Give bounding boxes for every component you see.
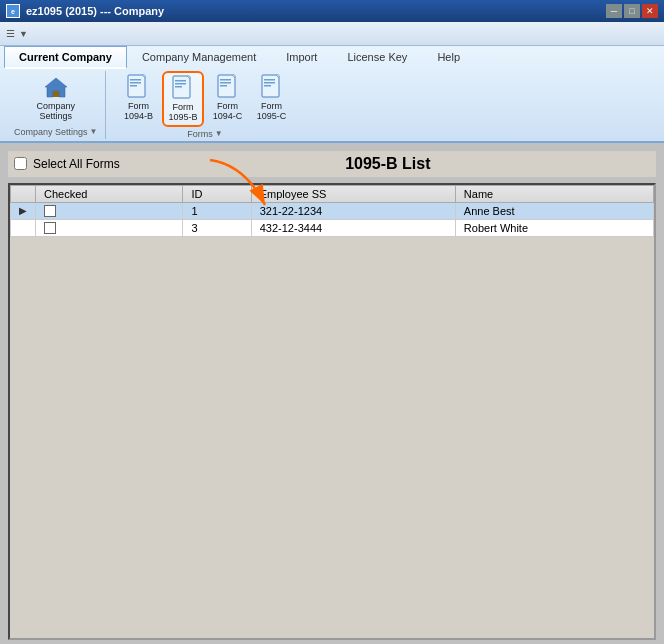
company-settings-section-label: Company Settings ▼ xyxy=(14,127,97,137)
cell-checked[interactable] xyxy=(36,202,183,219)
svg-rect-12 xyxy=(175,83,186,85)
ribbon-tabs: Current Company Company Management Impor… xyxy=(0,46,664,67)
maximize-button[interactable]: □ xyxy=(624,4,640,18)
select-all-label[interactable]: Select All Forms xyxy=(33,157,120,171)
form-1095b-icon xyxy=(169,75,197,103)
window-controls: ─ □ ✕ xyxy=(606,4,658,18)
form-1094c-icon xyxy=(214,74,242,102)
form-1095c-icon xyxy=(258,74,286,102)
ribbon: Current Company Company Management Impor… xyxy=(0,46,664,143)
tab-import[interactable]: Import xyxy=(271,46,332,67)
form-1094c-button[interactable]: Form1094-C xyxy=(208,71,248,127)
tab-company-management[interactable]: Company Management xyxy=(127,46,271,67)
company-settings-expand-icon: ▼ xyxy=(90,127,98,136)
svg-rect-3 xyxy=(53,91,59,97)
row-indicator xyxy=(11,219,36,236)
company-settings-buttons: CompanySettings xyxy=(31,71,80,125)
quick-access-dropdown[interactable]: ▼ xyxy=(19,29,28,39)
tab-current-company[interactable]: Current Company xyxy=(4,46,127,69)
forms-section-label: Forms ▼ xyxy=(187,129,222,139)
form-1094b-button[interactable]: Form1094-B xyxy=(118,71,158,127)
form-1095b-button[interactable]: Form1095-B xyxy=(162,71,203,127)
select-all-checkbox[interactable] xyxy=(14,157,27,170)
col-checked: Checked xyxy=(36,185,183,202)
quick-access-toolbar: ☰ ▼ xyxy=(0,22,664,46)
col-name: Name xyxy=(455,185,653,202)
cell-id: 3 xyxy=(183,219,251,236)
select-all-row: Select All Forms 1095-B List xyxy=(8,151,656,177)
form-1095b-label: Form1095-B xyxy=(168,103,197,123)
company-settings-label: CompanySettings xyxy=(36,102,75,122)
tab-license-key[interactable]: License Key xyxy=(332,46,422,67)
svg-rect-24 xyxy=(264,82,275,84)
forms-buttons: Form1094-B Form1095-B xyxy=(118,71,291,127)
svg-rect-13 xyxy=(175,86,182,88)
minimize-button[interactable]: ─ xyxy=(606,4,622,18)
company-settings-button[interactable]: CompanySettings xyxy=(31,71,80,125)
col-employee-ss: Employee SS xyxy=(251,185,455,202)
data-table-container: Checked ID Employee SS Name ▶ 1 321-22-1… xyxy=(8,183,656,640)
table-header-row: Checked ID Employee SS Name xyxy=(11,185,654,202)
svg-rect-6 xyxy=(130,82,141,84)
svg-text:e: e xyxy=(11,8,15,15)
svg-rect-18 xyxy=(220,82,231,84)
tab-help[interactable]: Help xyxy=(422,46,475,67)
cell-id: 1 xyxy=(183,202,251,219)
svg-rect-19 xyxy=(220,85,227,87)
window-title: ez1095 (2015) --- Company xyxy=(26,5,164,17)
cell-name: Anne Best xyxy=(455,202,653,219)
forms-table: Checked ID Employee SS Name ▶ 1 321-22-1… xyxy=(10,185,654,237)
form-1094c-label: Form1094-C xyxy=(213,102,243,122)
table-row[interactable]: 3 432-12-3444 Robert White xyxy=(11,219,654,236)
house-icon xyxy=(42,74,70,102)
svg-rect-23 xyxy=(264,79,275,81)
form-1095c-label: Form1095-C xyxy=(257,102,287,122)
svg-rect-7 xyxy=(130,85,137,87)
ribbon-content: CompanySettings Company Settings ▼ xyxy=(0,67,664,141)
quick-access-icon: ☰ xyxy=(6,28,15,39)
svg-rect-25 xyxy=(264,85,271,87)
ribbon-section-forms: Form1094-B Form1095-B xyxy=(110,71,299,141)
forms-expand-icon: ▼ xyxy=(215,129,223,138)
ribbon-section-company-settings: CompanySettings Company Settings ▼ xyxy=(6,71,106,139)
form-1094b-icon xyxy=(124,74,152,102)
form-1094b-label: Form1094-B xyxy=(124,102,153,122)
cell-name: Robert White xyxy=(455,219,653,236)
svg-rect-11 xyxy=(175,80,186,82)
close-button[interactable]: ✕ xyxy=(642,4,658,18)
list-title: 1095-B List xyxy=(126,155,650,173)
row-indicator: ▶ xyxy=(11,202,36,219)
cell-employee-ss: 432-12-3444 xyxy=(251,219,455,236)
title-bar: e ez1095 (2015) --- Company ─ □ ✕ xyxy=(0,0,664,22)
form-1095c-button[interactable]: Form1095-C xyxy=(252,71,292,127)
main-area: Select All Forms 1095-B List Checked ID … xyxy=(0,143,664,644)
app-icon: e xyxy=(6,4,20,18)
table-row[interactable]: ▶ 1 321-22-1234 Anne Best xyxy=(11,202,654,219)
cell-employee-ss: 321-22-1234 xyxy=(251,202,455,219)
svg-rect-17 xyxy=(220,79,231,81)
col-indicator xyxy=(11,185,36,202)
cell-checked[interactable] xyxy=(36,219,183,236)
col-id: ID xyxy=(183,185,251,202)
svg-rect-5 xyxy=(130,79,141,81)
